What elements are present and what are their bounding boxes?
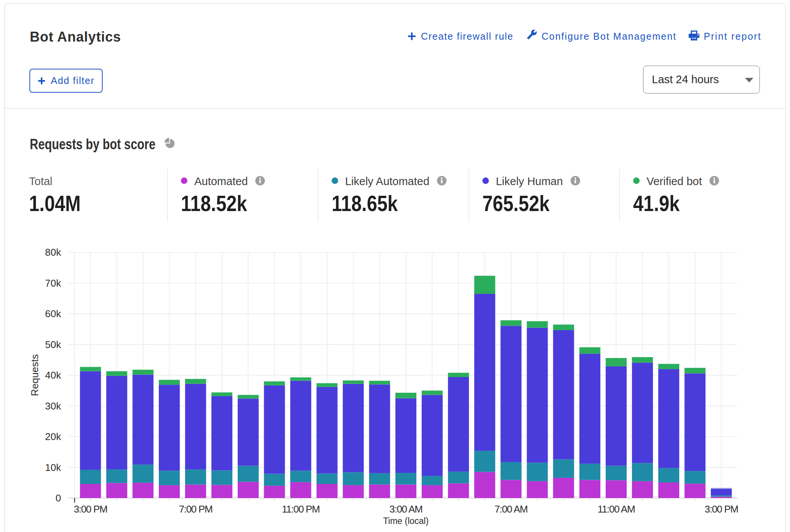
svg-text:60k: 60k <box>45 308 61 319</box>
svg-text:80k: 80k <box>45 247 61 258</box>
svg-text:70k: 70k <box>45 277 61 289</box>
svg-text:0: 0 <box>56 492 61 504</box>
svg-text:3:00 PM: 3:00 PM <box>705 503 738 515</box>
svg-text:10k: 10k <box>45 462 61 473</box>
svg-text:11:00 PM: 11:00 PM <box>282 503 320 515</box>
svg-text:Requests: Requests <box>29 354 40 396</box>
svg-text:50k: 50k <box>45 339 61 350</box>
svg-text:7:00 PM: 7:00 PM <box>179 503 213 515</box>
svg-text:Time (local): Time (local) <box>383 516 429 526</box>
svg-text:30k: 30k <box>45 400 61 412</box>
svg-text:3:00 AM: 3:00 AM <box>389 503 422 515</box>
svg-text:20k: 20k <box>45 431 61 442</box>
svg-text:40k: 40k <box>45 369 61 381</box>
svg-text:7:00 AM: 7:00 AM <box>495 503 527 515</box>
svg-text:3:00 PM: 3:00 PM <box>74 503 107 515</box>
svg-text:11:00 AM: 11:00 AM <box>598 503 635 515</box>
